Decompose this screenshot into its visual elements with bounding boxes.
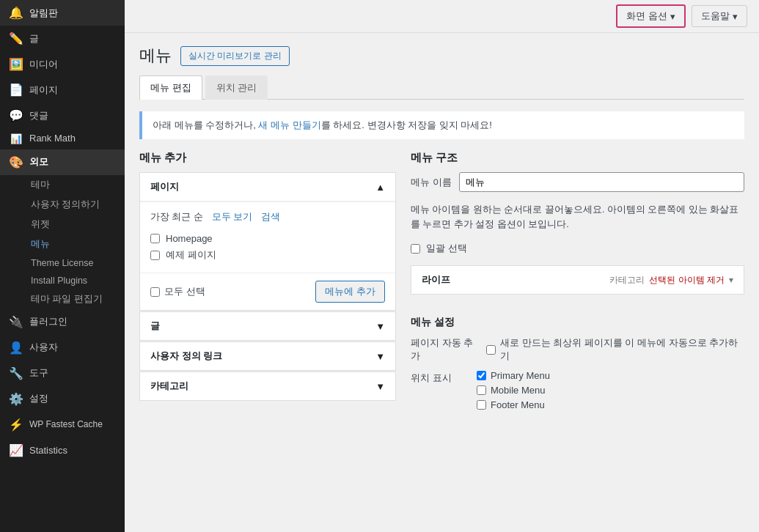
create-menu-link[interactable]: 새 메뉴 만들기 <box>258 119 320 130</box>
menu-name-input[interactable] <box>459 172 744 192</box>
posts-icon: ✏️ <box>9 32 23 45</box>
sidebar-sub-theme[interactable]: 테마 <box>23 175 125 195</box>
plugins-icon: 🔌 <box>9 315 23 329</box>
pages-accordion-header[interactable]: 페이지 ▲ <box>140 173 395 202</box>
screen-options-button[interactable]: 화면 옵션 ▾ <box>616 4 686 28</box>
appearance-icon: 🎨 <box>9 155 23 169</box>
menu-instruction: 메뉴 아이템을 원하는 순서대로 끌어놓으세요. 아이템의 오른쪽에 있는 화살… <box>411 202 744 232</box>
menu-name-label: 메뉴 이름 <box>411 176 452 189</box>
categories-accordion: 카테고리 ▼ <box>139 372 396 401</box>
auto-add-checkbox[interactable] <box>486 345 496 355</box>
sidebar-item-alarm[interactable]: 🔔 알림판 <box>0 0 125 26</box>
sidebar-item-wp-fastest-cache[interactable]: ⚡ WP Fastest Cache <box>0 412 125 437</box>
sidebar-item-pages[interactable]: 📄 페이지 <box>0 77 125 103</box>
tab-all[interactable]: 모두 보기 <box>212 211 252 223</box>
sidebar-item-comments[interactable]: 💬 댓글 <box>0 103 125 128</box>
pages-accordion-body: 가장 최근 순 모두 보기 검색 Homepage 예제 페이지 <box>140 202 395 273</box>
rankmath-icon: 📊 <box>9 133 23 144</box>
two-col-layout: 메뉴 추가 페이지 ▲ 가장 최근 순 모두 보기 검색 <box>139 151 744 416</box>
pages-checklist: Homepage 예제 페이지 <box>150 231 385 264</box>
sidebar-item-rankmath[interactable]: 📊 Rank Math <box>0 128 125 149</box>
custom-links-accordion: 사용자 정의 링크 ▼ <box>139 341 396 371</box>
sidebar: 🔔 알림판 ✏️ 글 🖼️ 미디어 📄 페이지 💬 댓글 📊 Rank Math… <box>0 0 125 532</box>
primary-menu-label[interactable]: Primary Menu <box>477 370 550 381</box>
pages-sub-tabs: 가장 최근 순 모두 보기 검색 <box>150 211 385 223</box>
sidebar-sub-widget[interactable]: 위젯 <box>23 215 125 234</box>
list-item: 예제 페이지 <box>150 246 385 264</box>
menu-settings: 메뉴 설정 페이지 자동 추가 새로 만드는 최상위 페이지를 이 메뉴에 자동… <box>411 306 744 410</box>
help-button[interactable]: 도움말 ▾ <box>692 5 747 27</box>
accordion-down-icon-cat: ▼ <box>375 381 385 392</box>
posts-accordion-header[interactable]: 글 ▼ <box>140 312 395 340</box>
content: 메뉴 실시간 미리보기로 관리 메뉴 편집 위치 관리 아래 메뉴를 수정하거나… <box>125 33 759 532</box>
categories-accordion-header[interactable]: 카테고리 ▼ <box>140 372 395 400</box>
menu-item-type: 카테고리 선택된 아이템 제거 ▾ <box>609 274 733 287</box>
select-add-row: 모두 선택 메뉴에 추가 <box>140 273 395 310</box>
select-all-label[interactable]: 모두 선택 <box>150 285 205 298</box>
menu-item-row: 라이프 카테고리 선택된 아이템 제거 ▾ <box>411 265 744 295</box>
location-label: 위치 표시 <box>411 370 469 385</box>
settings-icon: ⚙️ <box>9 392 23 406</box>
location-row: 위치 표시 Primary Menu Mobile Menu <box>411 370 744 410</box>
accordion-down-icon-custom: ▼ <box>375 351 385 362</box>
sidebar-sub-theme-editor[interactable]: 테마 파일 편집기 <box>23 289 125 309</box>
primary-menu-checkbox[interactable] <box>477 371 486 380</box>
sidebar-sub-customize[interactable]: 사용자 정의하기 <box>23 195 125 215</box>
pages-icon: 📄 <box>9 83 23 97</box>
notice-info: 아래 메뉴를 수정하거나, 새 메뉴 만들기를 하세요. 변경사항 저장을 잊지… <box>139 111 744 139</box>
page-title-row: 메뉴 실시간 미리보기로 관리 <box>139 45 744 67</box>
topbar: 화면 옵션 ▾ 도움말 ▾ <box>125 0 759 33</box>
statistics-icon: 📈 <box>9 443 23 457</box>
alarm-icon: 🔔 <box>9 6 23 20</box>
expand-item-icon[interactable]: ▾ <box>729 275 733 285</box>
tab-search[interactable]: 검색 <box>261 211 280 223</box>
chevron-down-icon-help: ▾ <box>733 11 738 22</box>
media-icon: 🖼️ <box>9 57 23 71</box>
sidebar-item-settings[interactable]: ⚙️ 설정 <box>0 386 125 412</box>
homepage-checkbox[interactable] <box>150 234 160 243</box>
sidebar-item-appearance[interactable]: 🎨 외모 <box>0 149 125 175</box>
sidebar-sub-theme-license[interactable]: Theme License <box>23 254 125 272</box>
custom-links-accordion-header[interactable]: 사용자 정의 링크 ▼ <box>140 342 395 370</box>
sidebar-item-tools[interactable]: 🔧 도구 <box>0 361 125 386</box>
sidebar-item-statistics[interactable]: 📈 Statistics <box>0 437 125 463</box>
tab-location[interactable]: 위치 관리 <box>205 75 268 100</box>
tab-recent[interactable]: 가장 최근 순 <box>150 211 203 223</box>
sidebar-item-media[interactable]: 🖼️ 미디어 <box>0 51 125 77</box>
auto-add-row: 페이지 자동 추가 새로 만드는 최상위 페이지를 이 메뉴에 자동으로 추가하… <box>411 336 744 363</box>
chevron-down-icon: ▾ <box>670 11 675 22</box>
mobile-menu-checkbox[interactable] <box>477 385 486 395</box>
left-section-title: 메뉴 추가 <box>139 151 396 165</box>
footer-menu-checkbox[interactable] <box>477 400 486 410</box>
mobile-menu-label[interactable]: Mobile Menu <box>477 385 550 396</box>
remove-item-link[interactable]: 선택된 아이템 제거 <box>649 274 725 287</box>
wp-fastest-cache-icon: ⚡ <box>9 418 23 432</box>
comments-icon: 💬 <box>9 108 23 122</box>
left-column: 메뉴 추가 페이지 ▲ 가장 최근 순 모두 보기 검색 <box>139 151 396 416</box>
tools-icon: 🔧 <box>9 366 23 380</box>
posts-accordion: 글 ▼ <box>139 311 396 341</box>
tab-row: 메뉴 편집 위치 관리 <box>139 75 744 100</box>
right-column: 메뉴 구조 메뉴 이름 메뉴 아이템을 원하는 순서대로 끌어놓으세요. 아이템… <box>411 151 744 416</box>
sidebar-item-posts[interactable]: ✏️ 글 <box>0 26 125 51</box>
users-icon: 👤 <box>9 341 23 355</box>
right-select-row: 일괄 선택 <box>411 242 744 255</box>
main-wrap: 화면 옵션 ▾ 도움말 ▾ 메뉴 실시간 미리보기로 관리 메뉴 편집 위치 관… <box>125 0 759 532</box>
accordion-down-icon: ▼ <box>375 321 385 332</box>
sidebar-item-plugins[interactable]: 🔌 플러그인 <box>0 309 125 335</box>
select-all-checkbox[interactable] <box>150 287 160 297</box>
sidebar-sub-install-plugins[interactable]: Install Plugins <box>23 272 125 289</box>
add-to-menu-button[interactable]: 메뉴에 추가 <box>315 281 385 303</box>
sample-page-checkbox[interactable] <box>150 251 160 260</box>
sidebar-item-users[interactable]: 👤 사용자 <box>0 335 125 361</box>
live-preview-button[interactable]: 실시간 미리보기로 관리 <box>180 46 290 66</box>
sidebar-sub-menu[interactable]: 메뉴 <box>23 234 125 254</box>
menu-settings-title: 메뉴 설정 <box>411 306 744 329</box>
appearance-submenu: 테마 사용자 정의하기 위젯 메뉴 Theme License Install … <box>0 175 125 309</box>
tab-edit[interactable]: 메뉴 편집 <box>139 75 202 100</box>
footer-menu-label[interactable]: Footer Menu <box>477 399 550 410</box>
list-item: Homepage <box>150 231 385 246</box>
pages-accordion: 페이지 ▲ 가장 최근 순 모두 보기 검색 Homepage <box>139 172 396 311</box>
right-select-all-checkbox[interactable] <box>411 244 420 254</box>
location-options: Primary Menu Mobile Menu Footer Menu <box>477 370 550 410</box>
